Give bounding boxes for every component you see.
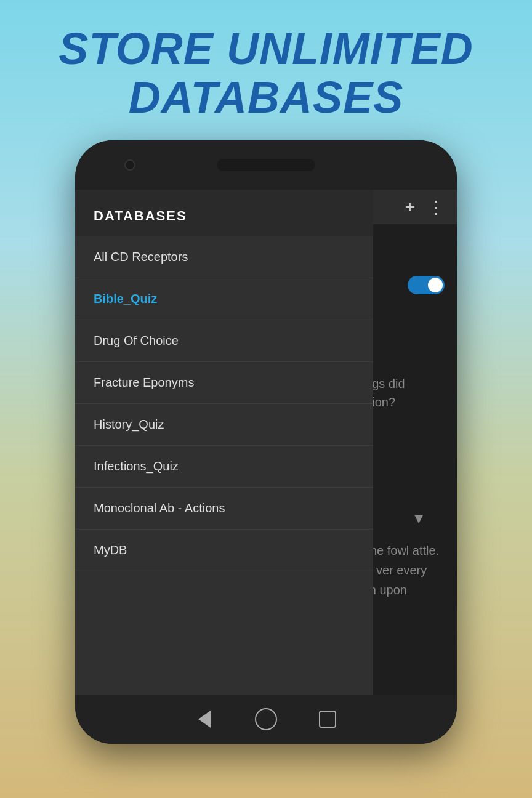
phone-body: + ⋮ things did minion? ▼ er the fowl att…: [75, 140, 457, 744]
headline-line1: STORE UNLIMITED: [58, 24, 474, 73]
more-options-icon[interactable]: ⋮: [427, 197, 445, 217]
drawer-item-label: Drug Of Choice: [94, 334, 179, 348]
drawer-list-item[interactable]: Bible_Quiz: [75, 278, 373, 320]
drawer-list-item[interactable]: Drug Of Choice: [75, 320, 373, 362]
recents-button[interactable]: [315, 707, 340, 732]
drawer-list-item[interactable]: Infections_Quiz: [75, 446, 373, 488]
camera-icon: [124, 159, 135, 171]
drawer-list-item[interactable]: History_Quiz: [75, 404, 373, 446]
databases-drawer: DATABASES All CD ReceptorsBible_QuizDrug…: [75, 190, 373, 695]
drawer-item-label: MyDB: [94, 543, 127, 557]
headline-line2: DATABASES: [129, 73, 403, 122]
drawer-list-item[interactable]: Monoclonal Ab - Actions: [75, 488, 373, 530]
drawer-header: DATABASES: [75, 190, 373, 236]
drawer-list-item[interactable]: All CD Receptors: [75, 236, 373, 278]
page-headline: STORE UNLIMITED DATABASES: [22, 0, 510, 140]
drawer-item-label: Infections_Quiz: [94, 459, 179, 474]
drawer-list-item[interactable]: Fracture Eponyms: [75, 362, 373, 404]
home-button[interactable]: [254, 707, 278, 732]
drawer-item-label: Monoclonal Ab - Actions: [94, 501, 225, 515]
drawer-title: DATABASES: [94, 208, 355, 224]
phone-bottom-bar: [75, 695, 457, 744]
phone-screen: + ⋮ things did minion? ▼ er the fowl att…: [75, 190, 457, 695]
back-button[interactable]: [192, 707, 217, 732]
drawer-list-item[interactable]: MyDB: [75, 530, 373, 571]
add-icon[interactable]: +: [405, 197, 415, 217]
drawer-item-label: History_Quiz: [94, 417, 164, 432]
dropdown-arrow-icon[interactable]: ▼: [411, 510, 426, 527]
drawer-item-label: Fracture Eponyms: [94, 376, 194, 390]
phone-mockup: + ⋮ things did minion? ▼ er the fowl att…: [75, 140, 457, 744]
speaker-icon: [217, 159, 315, 171]
toggle-switch[interactable]: [408, 276, 445, 294]
phone-top-bar: [75, 140, 457, 190]
drawer-item-label: All CD Receptors: [94, 250, 188, 264]
drawer-item-label: Bible_Quiz: [94, 292, 157, 306]
toggle-knob: [428, 278, 443, 292]
drawer-list: All CD ReceptorsBible_QuizDrug Of Choice…: [75, 236, 373, 695]
